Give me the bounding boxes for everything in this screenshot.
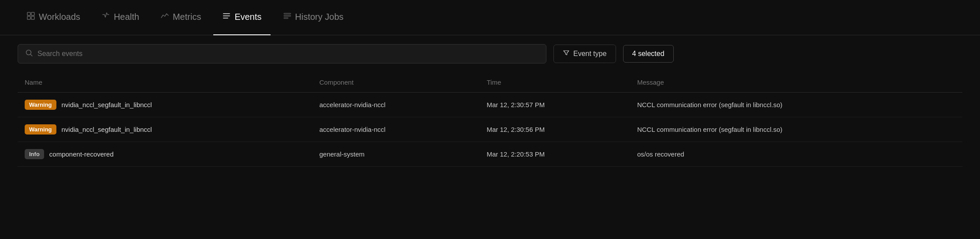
badge-warning-1: Warning [25, 124, 56, 134]
cell-name-2: Info component-recovered [18, 142, 312, 167]
metrics-icon [160, 11, 169, 22]
col-header-time: Time [479, 72, 630, 93]
selected-badge: 4 selected [623, 45, 674, 63]
nav-item-events[interactable]: Events [213, 0, 270, 35]
svg-rect-6 [223, 18, 228, 19]
svg-rect-1 [31, 12, 34, 15]
badge-info-2: Info [25, 149, 44, 159]
nav-item-metrics[interactable]: Metrics [152, 0, 210, 35]
filter-label: Event type [573, 50, 607, 58]
badge-warning-0: Warning [25, 100, 56, 110]
events-icon [222, 11, 231, 22]
svg-rect-7 [284, 13, 291, 14]
search-icon [25, 49, 33, 59]
nav-label-history-jobs: History Jobs [295, 12, 344, 22]
svg-rect-5 [223, 15, 230, 16]
cell-time-2: Mar 12, 2:20:53 PM [479, 142, 630, 167]
search-input[interactable] [37, 50, 539, 58]
search-box[interactable] [18, 44, 546, 63]
event-name-1: nvidia_nccl_segfault_in_libnccl [62, 126, 152, 133]
toolbar: Event type 4 selected [0, 35, 980, 72]
col-header-name: Name [18, 72, 312, 93]
events-table-container: Name Component Time Message Warning nvid… [0, 72, 980, 167]
cell-message-1: NCCL communication error (segfault in li… [630, 117, 962, 142]
health-icon [101, 11, 110, 22]
svg-point-10 [26, 50, 31, 55]
nav-label-health: Health [114, 12, 139, 22]
table-row[interactable]: Warning nvidia_nccl_segfault_in_libnccl … [18, 93, 962, 117]
table-row[interactable]: Info component-recovered general-system … [18, 142, 962, 167]
col-header-message: Message [630, 72, 962, 93]
filter-icon [563, 49, 570, 58]
event-name-2: component-recovered [49, 150, 114, 158]
cell-message-0: NCCL communication error (segfault in li… [630, 93, 962, 117]
table-body: Warning nvidia_nccl_segfault_in_libnccl … [18, 93, 962, 167]
table-row[interactable]: Warning nvidia_nccl_segfault_in_libnccl … [18, 117, 962, 142]
svg-rect-4 [223, 13, 230, 14]
event-name-0: nvidia_nccl_segfault_in_libnccl [62, 101, 152, 108]
events-table: Name Component Time Message Warning nvid… [18, 72, 962, 167]
cell-component-1: accelerator-nvidia-nccl [312, 117, 480, 142]
nav-item-health[interactable]: Health [93, 0, 148, 35]
svg-rect-2 [27, 16, 30, 19]
cell-time-1: Mar 12, 2:30:56 PM [479, 117, 630, 142]
svg-rect-0 [27, 12, 30, 15]
cell-name-0: Warning nvidia_nccl_segfault_in_libnccl [18, 93, 312, 117]
nav-label-workloads: Workloads [39, 12, 80, 22]
nav-label-events: Events [234, 12, 261, 22]
nav-item-history-jobs[interactable]: History Jobs [274, 0, 353, 35]
svg-rect-3 [31, 16, 34, 19]
table-header: Name Component Time Message [18, 72, 962, 93]
top-nav: Workloads Health Metrics Events [0, 0, 980, 35]
cell-message-2: os/os recovered [630, 142, 962, 167]
svg-rect-8 [284, 15, 291, 16]
cell-component-2: general-system [312, 142, 480, 167]
cell-time-0: Mar 12, 2:30:57 PM [479, 93, 630, 117]
nav-item-workloads[interactable]: Workloads [18, 0, 89, 35]
col-header-component: Component [312, 72, 480, 93]
cell-component-0: accelerator-nvidia-nccl [312, 93, 480, 117]
svg-rect-9 [284, 18, 288, 19]
workloads-icon [26, 11, 35, 22]
nav-label-metrics: Metrics [173, 12, 201, 22]
history-jobs-icon [283, 11, 292, 22]
cell-name-1: Warning nvidia_nccl_segfault_in_libnccl [18, 117, 312, 142]
event-type-filter-button[interactable]: Event type [553, 45, 616, 63]
